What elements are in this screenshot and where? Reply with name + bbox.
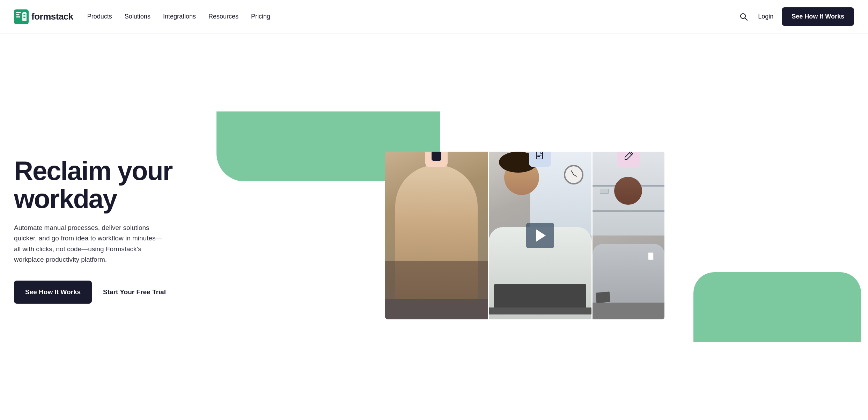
svg-line-9	[745, 18, 748, 20]
document-icon	[535, 152, 546, 161]
col-divider-2	[591, 152, 593, 319]
nav-actions: Login See How It Works	[738, 7, 854, 26]
svg-rect-4	[22, 12, 27, 21]
search-button[interactable]	[738, 11, 750, 23]
edit-icon	[623, 152, 634, 161]
hero-trial-link[interactable]: Start Your Free Trial	[103, 288, 166, 296]
nav-item-pricing[interactable]: Pricing	[251, 13, 270, 20]
hero-content: Reclaim your workday Automate manual pro…	[14, 157, 196, 303]
svg-rect-7	[23, 17, 25, 18]
play-triangle-icon	[536, 229, 546, 242]
hero-visual	[196, 139, 854, 321]
hero-cta-button[interactable]: See How It Works	[14, 281, 92, 304]
hero-actions: See How It Works Start Your Free Trial	[14, 281, 182, 304]
video-col-2	[489, 152, 591, 319]
video-play-button[interactable]	[526, 223, 554, 248]
svg-rect-6	[23, 16, 25, 16]
svg-rect-3	[16, 16, 20, 17]
login-link[interactable]: Login	[758, 13, 773, 20]
col1-icon-badge	[425, 152, 448, 167]
svg-rect-1	[16, 12, 21, 13]
svg-rect-5	[23, 14, 25, 15]
forms-icon	[431, 152, 442, 161]
nav-item-integrations[interactable]: Integrations	[163, 13, 196, 20]
logo-text: formstack	[31, 11, 73, 22]
green-blob-bottom	[693, 272, 861, 342]
navbar: formstack Products Solutions Integration…	[0, 0, 868, 34]
svg-rect-13	[434, 155, 438, 156]
nav-item-solutions[interactable]: Solutions	[125, 13, 150, 20]
formstack-logo-icon	[14, 9, 29, 24]
video-panel[interactable]	[385, 152, 664, 319]
nav-cta-button[interactable]: See How It Works	[782, 7, 854, 26]
svg-rect-17	[537, 155, 542, 155]
col-divider-1	[488, 152, 489, 319]
nav-links: Products Solutions Integrations Resource…	[87, 13, 738, 20]
svg-rect-14	[434, 157, 439, 158]
svg-rect-18	[537, 156, 540, 157]
hero-subtitle: Automate manual processes, deliver solut…	[14, 223, 168, 265]
col3-icon-badge	[617, 152, 640, 167]
hero-title: Reclaim your workday	[14, 157, 182, 213]
video-col-3	[593, 152, 664, 319]
search-icon	[739, 12, 748, 21]
svg-rect-2	[16, 14, 20, 15]
logo[interactable]: formstack	[14, 9, 73, 24]
col2-icon-badge	[529, 152, 551, 167]
svg-rect-12	[434, 153, 439, 154]
hero-section: Reclaim your workday Automate manual pro…	[0, 34, 868, 420]
nav-item-products[interactable]: Products	[87, 13, 112, 20]
nav-item-resources[interactable]: Resources	[208, 13, 238, 20]
video-col-1	[385, 152, 488, 319]
